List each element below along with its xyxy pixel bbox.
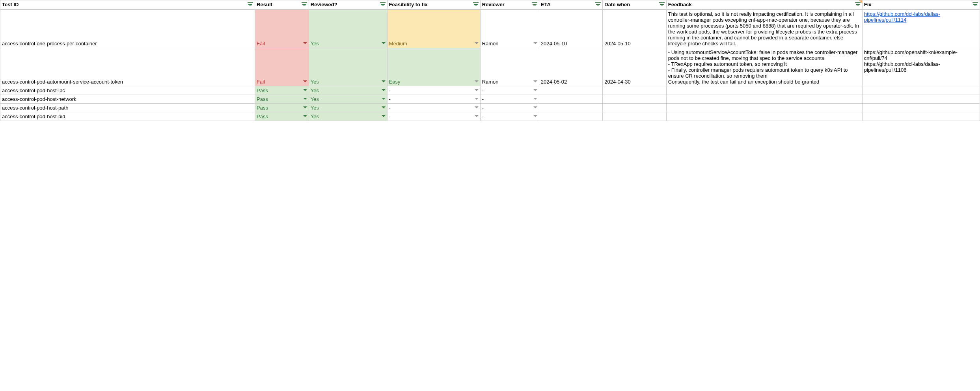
col-fix[interactable]: Fix [862, 0, 980, 9]
header-label: Date when [604, 2, 630, 7]
cell-reviewer[interactable]: - [480, 112, 539, 121]
cell-reviewer[interactable]: - [480, 86, 539, 95]
cell-date-when[interactable] [603, 86, 667, 95]
cell-reviewed[interactable]: Yes [309, 112, 387, 121]
col-eta[interactable]: ETA [539, 0, 603, 9]
chevron-down-icon[interactable] [303, 89, 307, 91]
chevron-down-icon[interactable] [533, 106, 537, 108]
cell-test-id[interactable]: access-control-pod-host-network [0, 95, 255, 104]
cell-test-id[interactable]: access-control-pod-automount-service-acc… [0, 48, 255, 86]
chevron-down-icon[interactable] [475, 115, 479, 117]
cell-eta[interactable] [539, 112, 603, 121]
col-reviewer[interactable]: Reviewer [480, 0, 539, 9]
cell-test-id[interactable]: access-control-pod-host-path [0, 104, 255, 112]
cell-feasibility[interactable]: Easy [387, 48, 480, 86]
cell-feasibility[interactable]: - [387, 104, 480, 112]
chevron-down-icon[interactable] [303, 80, 307, 82]
cell-reviewed[interactable]: Yes [309, 95, 387, 104]
cell-date-when[interactable] [603, 104, 667, 112]
cell-reviewer[interactable]: - [480, 95, 539, 104]
col-date-when[interactable]: Date when [603, 0, 667, 9]
cell-result[interactable]: Fail [255, 48, 309, 86]
cell-feedback[interactable]: - Using automountServiceAccountToke: fal… [666, 48, 862, 86]
cell-eta[interactable] [539, 104, 603, 112]
cell-result[interactable]: Pass [255, 95, 309, 104]
cell-reviewer[interactable]: Ramon [480, 9, 539, 48]
chevron-down-icon[interactable] [475, 106, 479, 108]
filter-icon[interactable] [302, 2, 307, 7]
chevron-down-icon[interactable] [382, 80, 386, 82]
cell-test-id[interactable]: access-control-pod-host-pid [0, 112, 255, 121]
chevron-down-icon[interactable] [382, 42, 386, 44]
cell-feedback[interactable] [666, 104, 862, 112]
cell-fix[interactable]: https://github.com/openshift-kni/example… [862, 48, 980, 86]
chevron-down-icon[interactable] [303, 115, 307, 117]
cell-fix[interactable] [862, 104, 980, 112]
filter-icon[interactable] [595, 2, 601, 7]
cell-result[interactable]: Pass [255, 112, 309, 121]
cell-date-when[interactable] [603, 112, 667, 121]
cell-feasibility[interactable]: - [387, 86, 480, 95]
cell-test-id[interactable]: access-control-one-process-per-container [0, 9, 255, 48]
cell-reviewed[interactable]: Yes [309, 104, 387, 112]
cell-fix[interactable] [862, 112, 980, 121]
chevron-down-icon[interactable] [382, 89, 386, 91]
cell-eta[interactable] [539, 95, 603, 104]
cell-reviewed[interactable]: Yes [309, 48, 387, 86]
cell-result[interactable]: Pass [255, 104, 309, 112]
cell-fix[interactable] [862, 95, 980, 104]
chevron-down-icon[interactable] [533, 80, 537, 82]
filter-icon[interactable] [473, 2, 479, 7]
chevron-down-icon[interactable] [382, 98, 386, 100]
cell-reviewer[interactable]: - [480, 104, 539, 112]
cell-date-when[interactable]: 2024-05-10 [603, 9, 667, 48]
cell-reviewer[interactable]: Ramon [480, 48, 539, 86]
chevron-down-icon[interactable] [475, 42, 479, 44]
chevron-down-icon[interactable] [382, 115, 386, 117]
cell-date-when[interactable]: 2024-04-30 [603, 48, 667, 86]
cell-feedback[interactable] [666, 95, 862, 104]
cell-text: Yes [311, 96, 319, 102]
chevron-down-icon[interactable] [475, 89, 479, 91]
cell-feasibility[interactable]: - [387, 112, 480, 121]
cell-fix[interactable]: https://github.com/dci-labs/dallas-pipel… [862, 9, 980, 48]
filter-icon[interactable] [855, 2, 861, 7]
cell-reviewed[interactable]: Yes [309, 86, 387, 95]
chevron-down-icon[interactable] [382, 106, 386, 108]
cell-text: Yes [311, 41, 319, 47]
cell-feedback[interactable] [666, 86, 862, 95]
cell-result[interactable]: Pass [255, 86, 309, 95]
cell-date-when[interactable] [603, 95, 667, 104]
cell-feasibility[interactable]: - [387, 95, 480, 104]
chevron-down-icon[interactable] [303, 106, 307, 108]
chevron-down-icon[interactable] [533, 89, 537, 91]
chevron-down-icon[interactable] [475, 80, 479, 82]
cell-test-id[interactable]: access-control-pod-host-ipc [0, 86, 255, 95]
filter-icon[interactable] [248, 2, 253, 7]
cell-result[interactable]: Fail [255, 9, 309, 48]
col-reviewed[interactable]: Reviewed? [309, 0, 387, 9]
chevron-down-icon[interactable] [303, 42, 307, 44]
col-test-id[interactable]: Test ID [0, 0, 255, 9]
cell-eta[interactable]: 2024-05-10 [539, 9, 603, 48]
cell-fix[interactable] [862, 86, 980, 95]
col-feasibility[interactable]: Feasibility to fix [387, 0, 480, 9]
filter-icon[interactable] [659, 2, 665, 7]
fix-link[interactable]: https://github.com/dci-labs/dallas-pipel… [864, 11, 940, 23]
cell-feasibility[interactable]: Medium [387, 9, 480, 48]
cell-feedback[interactable]: This test is optional, so it is not real… [666, 9, 862, 48]
chevron-down-icon[interactable] [533, 115, 537, 117]
filter-icon[interactable] [532, 2, 537, 7]
cell-reviewed[interactable]: Yes [309, 9, 387, 48]
filter-icon[interactable] [380, 2, 386, 7]
col-result[interactable]: Result [255, 0, 309, 9]
chevron-down-icon[interactable] [533, 98, 537, 100]
chevron-down-icon[interactable] [533, 42, 537, 44]
chevron-down-icon[interactable] [475, 98, 479, 100]
cell-eta[interactable] [539, 86, 603, 95]
cell-eta[interactable]: 2024-05-02 [539, 48, 603, 86]
filter-icon[interactable] [973, 2, 978, 7]
chevron-down-icon[interactable] [303, 98, 307, 100]
cell-feedback[interactable] [666, 112, 862, 121]
col-feedback[interactable]: Feedback [666, 0, 862, 9]
